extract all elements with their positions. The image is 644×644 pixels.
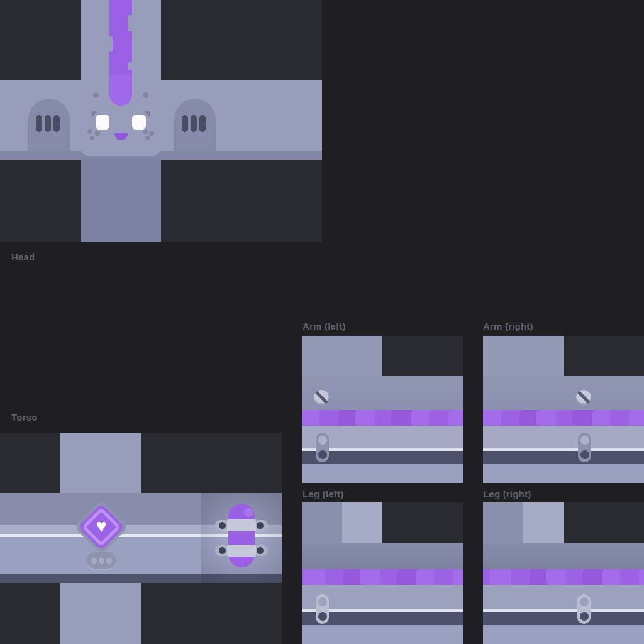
capsule-strap (227, 545, 256, 557)
right-eye (132, 115, 146, 130)
ear-vent-icon (182, 115, 188, 132)
left-eye (96, 115, 109, 130)
transparent-block (141, 583, 282, 644)
hair-notch (128, 62, 133, 70)
zipper-pull-icon (316, 594, 329, 624)
bolt-icon (219, 547, 226, 554)
leg-top-flap-light (342, 502, 382, 543)
paint-drip-segment (582, 569, 605, 585)
ear-vent-icon (191, 115, 197, 132)
sleeve-cuff (483, 464, 644, 483)
paint-drip-segment (501, 410, 522, 426)
zipper-pull-icon (316, 433, 329, 462)
leg-left-texture-panel[interactable] (302, 502, 463, 644)
cheek-dot (149, 131, 154, 136)
neck-shade-strip (0, 151, 322, 160)
speaker-dot (99, 558, 104, 564)
leg-dark-strip (483, 612, 644, 625)
arm-right-texture-panel[interactable] (483, 336, 644, 483)
cheek-dot (145, 136, 150, 140)
transparent-block (0, 158, 80, 242)
transparent-block (161, 0, 322, 80)
paint-drip-segment (325, 569, 346, 585)
bolt-icon (219, 522, 226, 529)
zipper-pull-icon (578, 433, 591, 462)
paint-drip-segment (391, 410, 414, 426)
capsule-highlight (244, 508, 253, 517)
skin-texture-page: { "sections": { "head": {"label": "Head"… (0, 0, 644, 644)
paint-drip-segment (610, 410, 631, 426)
capsule-strap (227, 519, 256, 531)
leg-top-flap (483, 502, 523, 543)
bolt-icon (257, 522, 264, 529)
ear-vent-icon (53, 115, 60, 132)
paint-drip-segment (572, 410, 595, 426)
paint-drip-segment (620, 569, 641, 585)
torso-texture-panel[interactable]: ♥ (0, 433, 282, 644)
hair-stripe-tip (109, 75, 132, 106)
section-label-leg-left: Leg (left) (303, 489, 343, 499)
hair-notch (128, 15, 133, 31)
leg-cuff (483, 625, 644, 644)
zipper-pull-icon (577, 594, 591, 624)
leg-top-flap-light (523, 502, 564, 543)
ear-vent-icon (199, 115, 206, 132)
sleeve-dark-strip (483, 451, 644, 464)
arm-top-flap (483, 336, 564, 376)
forehead-dot (143, 92, 148, 98)
transparent-block (0, 433, 60, 493)
sleeve-light (483, 426, 644, 448)
section-label-arm-right: Arm (right) (483, 321, 533, 331)
paint-drip-segment (360, 569, 382, 585)
head-back-column (80, 158, 161, 242)
arm-left-texture-panel[interactable] (302, 336, 463, 483)
heart-icon: ♥ (96, 517, 106, 535)
transparent-block (382, 502, 463, 543)
arm-top-flap (302, 336, 382, 376)
leg-right-texture-panel[interactable] (483, 502, 644, 644)
screw-icon (576, 390, 591, 405)
section-label-torso: Torso (11, 412, 38, 423)
transparent-block (161, 158, 322, 242)
paint-drip-segment (355, 410, 377, 426)
speaker-dot (106, 558, 112, 564)
speaker-pill (87, 552, 116, 569)
forehead-dot (93, 92, 99, 98)
leg-top-flap (302, 502, 342, 543)
section-label-arm-left: Arm (left) (303, 321, 346, 331)
transparent-block (564, 336, 644, 376)
cheek-dot (143, 129, 148, 134)
paint-drip-segment (536, 410, 558, 426)
leg-cuff (302, 625, 463, 644)
transparent-block (382, 336, 463, 376)
paint-drip-segment (546, 569, 569, 585)
paint-drip-segment (319, 410, 341, 426)
cheek-dot (87, 129, 92, 134)
transparent-block (0, 583, 60, 644)
leg-body (302, 543, 463, 569)
bolt-icon (257, 547, 264, 554)
hair-notch (109, 36, 113, 52)
cheek-dot (95, 131, 100, 136)
transparent-block (564, 502, 644, 543)
cheek-dot (90, 136, 94, 140)
section-label-leg-right: Leg (right) (483, 489, 531, 499)
arm-body (483, 376, 644, 410)
transparent-block (0, 0, 80, 80)
transparent-block (141, 433, 282, 493)
sleeve-cuff (302, 464, 463, 483)
paint-drip-segment (429, 410, 450, 426)
leg-light (483, 585, 644, 609)
head-texture-panel[interactable] (0, 0, 322, 242)
paint-drip-segment (434, 569, 455, 585)
torso-bottom-flap (60, 583, 141, 644)
torso-top-flap (60, 433, 141, 493)
ear-vent-icon (45, 115, 51, 132)
screw-icon (314, 390, 329, 405)
paint-drip-segment (396, 569, 419, 585)
leg-body (483, 543, 644, 569)
paint-drip-segment (511, 569, 532, 585)
section-label-head: Head (11, 252, 35, 262)
ear-vent-icon (36, 115, 42, 132)
speaker-dot (91, 558, 97, 564)
